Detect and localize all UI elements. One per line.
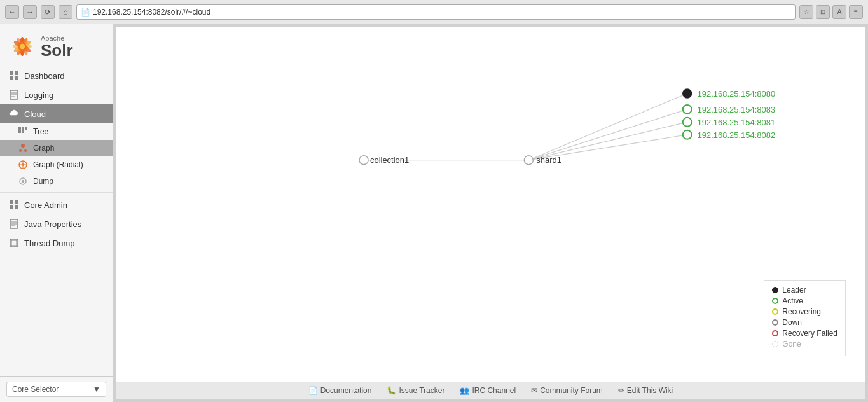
- svg-rect-35: [10, 205, 13, 209]
- tree-label: Tree: [33, 127, 48, 136]
- legend-dot-leader: [772, 287, 778, 293]
- legend: Leader Active Recovering Down Recovery F…: [764, 280, 846, 356]
- svg-point-58: [683, 130, 692, 139]
- svg-point-24: [19, 149, 22, 152]
- svg-rect-17: [22, 127, 24, 130]
- svg-point-27: [22, 163, 24, 166]
- core-admin-label: Core Admin: [24, 200, 67, 210]
- sidebar-item-cloud[interactable]: Cloud: [0, 104, 113, 123]
- core-selector-dropdown[interactable]: Core Selector ▼: [6, 382, 106, 397]
- core-selector-label: Core Selector: [12, 385, 59, 394]
- legend-label-gone: Gone: [782, 340, 801, 349]
- legend-down: Down: [772, 318, 837, 327]
- edit-wiki-icon: ✏: [618, 386, 624, 395]
- solr-logo-text: Apache Solr: [41, 35, 73, 59]
- footer-documentation[interactable]: 📄 Documentation: [308, 386, 372, 395]
- graph-area: collection1 shard1 192.168.25.154:8080 1…: [116, 27, 865, 382]
- svg-point-54: [683, 105, 692, 114]
- svg-rect-10: [10, 76, 13, 80]
- svg-rect-36: [15, 205, 18, 209]
- forward-button[interactable]: →: [23, 5, 37, 19]
- svg-point-56: [683, 118, 692, 127]
- app-container: Apache Solr Dashboard: [0, 24, 868, 402]
- legend-recovery-failed: Recovery Failed: [772, 329, 837, 338]
- thread-dump-label: Thread Dump: [24, 239, 74, 248]
- edit-wiki-label: Edit This Wiki: [627, 386, 673, 395]
- footer: 📄 Documentation 🐛 Issue Tracker 👥 IRC Ch…: [116, 382, 865, 399]
- legend-leader: Leader: [772, 286, 837, 295]
- svg-point-52: [683, 89, 692, 98]
- footer-irc-channel[interactable]: 👥 IRC Channel: [460, 386, 516, 395]
- logo-area: Apache Solr: [0, 24, 113, 66]
- issue-tracker-icon: 🐛: [387, 386, 396, 395]
- footer-community-forum[interactable]: ✉ Community Forum: [531, 386, 603, 395]
- legend-label-active: Active: [782, 296, 803, 305]
- svg-rect-11: [15, 76, 18, 80]
- sidebar-sub-item-graph[interactable]: Graph: [0, 140, 113, 156]
- svg-point-21: [21, 144, 25, 148]
- svg-point-7: [20, 44, 25, 49]
- graph-radial-icon: [18, 160, 28, 170]
- tree-icon: [18, 127, 28, 137]
- legend-recovering: Recovering: [772, 307, 837, 316]
- svg-rect-19: [22, 130, 24, 133]
- svg-text:collection1: collection1: [370, 155, 409, 165]
- legend-label-recovery-failed: Recovery Failed: [782, 329, 837, 338]
- back-button[interactable]: ←: [5, 5, 19, 19]
- svg-point-25: [24, 149, 27, 152]
- svg-text:192.168.25.154:8082: 192.168.25.154:8082: [698, 130, 775, 140]
- sidebar-item-dashboard[interactable]: Dashboard: [0, 66, 113, 85]
- url-text: 192.168.25.154:8082/solr/#/~cloud: [93, 8, 210, 17]
- svg-text:192.168.25.154:8081: 192.168.25.154:8081: [698, 118, 775, 127]
- svg-rect-20: [25, 127, 27, 130]
- menu-button[interactable]: ≡: [849, 5, 863, 19]
- core-admin-icon: [9, 200, 19, 210]
- irc-channel-icon: 👥: [460, 386, 469, 395]
- legend-label-leader: Leader: [782, 286, 806, 295]
- graph-radial-label: Graph (Radial): [33, 160, 83, 169]
- footer-edit-wiki[interactable]: ✏ Edit This Wiki: [618, 386, 673, 395]
- core-selector-area: Core Selector ▼: [0, 376, 113, 402]
- nav-section: Dashboard Logging: [0, 66, 113, 376]
- sidebar-item-logging[interactable]: Logging: [0, 85, 113, 104]
- svg-text:192.168.25.154:8083: 192.168.25.154:8083: [698, 105, 775, 114]
- cloud-graph-svg: collection1 shard1 192.168.25.154:8080 1…: [116, 27, 865, 382]
- sidebar-item-core-admin[interactable]: Core Admin: [0, 195, 113, 214]
- bookmark-button[interactable]: ☆: [799, 5, 813, 19]
- svg-rect-16: [18, 127, 21, 130]
- svg-text:shard1: shard1: [536, 155, 561, 165]
- thread-dump-icon: [9, 238, 19, 248]
- irc-channel-label: IRC Channel: [472, 386, 516, 395]
- dump-icon: [18, 176, 28, 186]
- browser-actions: ☆ ⊡ A ≡: [799, 5, 863, 19]
- footer-issue-tracker[interactable]: 🐛 Issue Tracker: [387, 386, 444, 395]
- sidebar-item-thread-dump[interactable]: Thread Dump: [0, 233, 113, 253]
- cast-button[interactable]: ⊡: [816, 5, 830, 19]
- cloud-icon: [9, 109, 19, 119]
- svg-point-48: [359, 156, 368, 165]
- documentation-icon: 📄: [308, 386, 318, 395]
- graph-label: Graph: [33, 144, 54, 153]
- refresh-button[interactable]: ⟳: [41, 5, 55, 19]
- sidebar-sub-item-tree[interactable]: Tree: [0, 123, 113, 140]
- svg-rect-18: [18, 130, 21, 133]
- logging-icon: [9, 90, 19, 100]
- community-forum-icon: ✉: [531, 386, 537, 395]
- main-content: collection1 shard1 192.168.25.154:8080 1…: [116, 27, 865, 399]
- svg-line-45: [528, 109, 687, 160]
- solr-label: Solr: [41, 42, 73, 59]
- svg-rect-42: [11, 240, 17, 246]
- svg-rect-34: [15, 200, 18, 204]
- sidebar-sub-item-dump[interactable]: Dump: [0, 173, 113, 190]
- legend-gone: Gone: [772, 340, 837, 349]
- address-bar[interactable]: 📄 192.168.25.154:8082/solr/#/~cloud: [76, 4, 796, 20]
- browser-chrome: ← → ⟳ ⌂ 📄 192.168.25.154:8082/solr/#/~cl…: [0, 0, 868, 24]
- sidebar-item-java-properties[interactable]: Java Properties: [0, 214, 113, 233]
- home-button[interactable]: ⌂: [59, 5, 72, 19]
- sidebar-sub-item-graph-radial[interactable]: Graph (Radial): [0, 156, 113, 173]
- svg-rect-33: [10, 200, 13, 204]
- legend-dot-recovery-failed: [772, 330, 778, 336]
- sidebar: Apache Solr Dashboard: [0, 24, 113, 402]
- translate-button[interactable]: A: [832, 5, 846, 19]
- java-properties-icon: [9, 219, 19, 229]
